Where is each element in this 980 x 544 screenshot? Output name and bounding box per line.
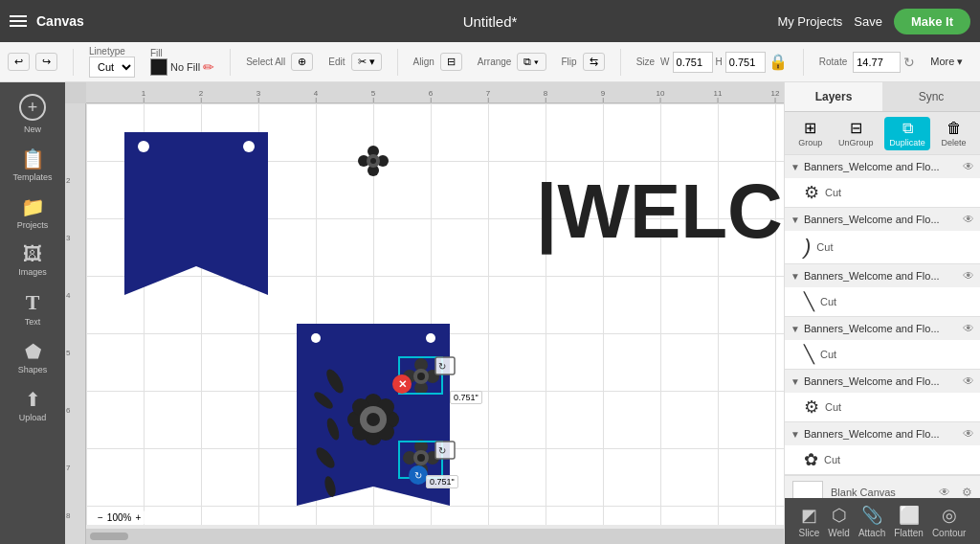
right-panel: Layers Sync ⊞ Group ⊟ UnGroup ⧉ Duplicat… [784, 82, 980, 544]
svg-text:✕: ✕ [398, 378, 407, 390]
layer-item-1: ⚙ Cut [785, 178, 980, 207]
eye-4[interactable]: 👁 [963, 322, 974, 335]
slice-button[interactable]: ◩ Slice [799, 505, 820, 538]
large-banner[interactable] [124, 132, 268, 295]
sidebar-item-templates[interactable]: 📋 Templates [3, 142, 62, 188]
ruler-h-tick-5: 5 [371, 89, 375, 102]
redo-button[interactable]: ↪ [35, 53, 57, 71]
document-title: Untitled* [463, 13, 518, 30]
zoom-value: 100% [107, 512, 132, 523]
contour-icon: ◎ [942, 505, 957, 526]
gear-icon-5: ⚙ [804, 397, 819, 418]
fill-label: Fill [150, 48, 214, 58]
layer-group-3: ▼ Banners_Welcome and Flo... 👁 ╲ Cut [785, 264, 980, 317]
canvas-area[interactable]: 1 2 3 4 5 6 7 8 9 10 11 12 13 2 3 4 5 6 … [65, 82, 784, 544]
scrollbar-horizontal[interactable] [86, 529, 784, 544]
projects-icon: 📁 [21, 195, 45, 218]
edit-button[interactable]: ✂ ▾ [351, 53, 382, 71]
svg-text:↻: ↻ [438, 445, 446, 456]
eye-3[interactable]: 👁 [963, 269, 974, 283]
slice-icon: ◩ [801, 505, 817, 526]
eye-1[interactable]: 👁 [963, 160, 974, 173]
layer-item-3: ╲ Cut [785, 287, 980, 316]
cut-label-4: Cut [820, 349, 836, 360]
cut-label-5: Cut [825, 401, 841, 413]
zoom-plus[interactable]: + [135, 512, 141, 523]
arrow-4: ▼ [791, 324, 800, 334]
arrange-button[interactable]: ⧉ ▾ [517, 53, 546, 71]
layer-group-header-6[interactable]: ▼ Banners_Welcome and Flo... 👁 [785, 422, 980, 445]
delete-icon: 🗑 [947, 120, 962, 137]
layer-item-5: ⚙ Cut [785, 393, 980, 421]
rotate-input[interactable] [853, 52, 901, 73]
blank-canvas-settings[interactable]: ⚙ [962, 486, 972, 498]
flatten-button[interactable]: ⬜ Flatten [894, 505, 924, 538]
arrow-5: ▼ [791, 376, 800, 387]
ruler-corner [65, 82, 86, 103]
ruler-v-tick-5: 5 [65, 349, 70, 357]
scrollbar-thumb[interactable] [90, 533, 128, 540]
eye-6[interactable]: 👁 [963, 427, 974, 441]
linetype-select[interactable]: Cut [89, 57, 135, 78]
height-input[interactable] [725, 52, 766, 73]
contour-button[interactable]: ◎ Contour [932, 505, 967, 538]
align-button[interactable]: ⊟ [440, 53, 462, 71]
eye-2[interactable]: 👁 [963, 213, 974, 226]
banner-hole-2 [243, 141, 255, 152]
weld-button[interactable]: ⬡ Weld [828, 505, 850, 538]
sidebar-item-text[interactable]: T Text [3, 284, 62, 332]
layer-group-4: ▼ Banners_Welcome and Flo... 👁 ╲ Cut [785, 317, 980, 370]
sidebar-item-upload[interactable]: ⬆ Upload [3, 382, 62, 428]
tab-layers[interactable]: Layers [785, 82, 882, 111]
canvas-svg: |WELC ✕ ↻ ↻ ↻ [86, 103, 784, 525]
duplicate-button[interactable]: ⧉ Duplicate [884, 117, 930, 150]
align-label: Align [413, 57, 434, 67]
ruler-h-tick-6: 6 [429, 89, 433, 102]
flip-button[interactable]: ⇆ [583, 53, 605, 71]
delete-label: Delete [942, 138, 967, 147]
svg-text:↻: ↻ [438, 361, 446, 372]
svg-point-16 [417, 373, 425, 380]
layer-group-6: ▼ Banners_Welcome and Flo... 👁 ✿ Cut [785, 422, 980, 475]
more-button[interactable]: More ▾ [930, 56, 963, 68]
flip-group: Flip ⇆ [562, 53, 605, 71]
slice-label: Slice [799, 528, 820, 538]
sidebar-item-new[interactable]: + New [3, 88, 62, 140]
ungroup-button[interactable]: ⊟ UnGroup [834, 116, 879, 150]
sidebar-item-images[interactable]: 🖼 Images [3, 238, 62, 283]
my-projects-button[interactable]: My Projects [777, 14, 842, 29]
blank-canvas-eye[interactable]: 👁 [939, 486, 950, 498]
group-button[interactable]: ⊞ Group [793, 116, 827, 150]
attach-button[interactable]: 📎 Attach [858, 505, 885, 538]
layer-group-header-1[interactable]: ▼ Banners_Welcome and Flo... 👁 [785, 155, 980, 178]
ruler-v-tick-6: 6 [65, 406, 70, 415]
width-input[interactable] [673, 52, 713, 73]
attach-label: Attach [858, 528, 885, 538]
flower-center [347, 394, 399, 445]
delete-button[interactable]: 🗑 Delete [937, 117, 971, 150]
eye-5[interactable]: 👁 [963, 374, 974, 388]
sidebar-item-shapes[interactable]: ⬟ Shapes [3, 334, 62, 380]
layer-group-header-2[interactable]: ▼ Banners_Welcome and Flo... 👁 [785, 208, 980, 231]
select-all-button[interactable]: ⊕ [291, 53, 313, 71]
layer-group-header-4[interactable]: ▼ Banners_Welcome and Flo... 👁 [785, 317, 980, 340]
tab-sync[interactable]: Sync [882, 82, 980, 111]
zoom-indicator: − 100% + [90, 510, 148, 525]
canvas-grid: |WELC ✕ ↻ ↻ ↻ 0.751" 0.751" [86, 103, 784, 525]
blank-canvas-label: Blank Canvas [831, 487, 896, 498]
layer-group-header-5[interactable]: ▼ Banners_Welcome and Flo... 👁 [785, 370, 980, 393]
pen-icon: ✏ [203, 59, 214, 75]
arrow-2: ▼ [791, 215, 800, 225]
group-name-1: Banners_Welcome and Flo... [804, 161, 959, 172]
zoom-minus[interactable]: − [98, 512, 103, 523]
make-it-button[interactable]: Make It [894, 9, 970, 34]
save-button[interactable]: Save [854, 14, 882, 29]
undo-redo-group: ↩ ↪ [8, 53, 57, 71]
undo-button[interactable]: ↩ [8, 53, 30, 71]
ruler-v-tick-7: 7 [65, 464, 70, 472]
fill-color-swatch[interactable] [150, 58, 167, 76]
menu-button[interactable] [10, 15, 27, 27]
sidebar-item-projects[interactable]: 📁 Projects [3, 190, 62, 236]
layer-group-header-3[interactable]: ▼ Banners_Welcome and Flo... 👁 [785, 264, 980, 287]
ruler-h-tick-8: 8 [544, 89, 547, 102]
